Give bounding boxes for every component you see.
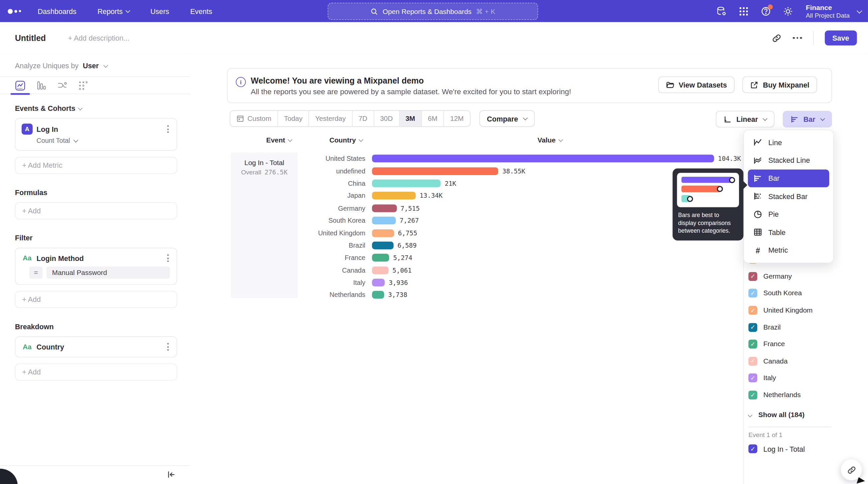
legend-item-netherlands[interactable]: ✓ Netherlands	[748, 387, 865, 403]
search-placeholder: Open Reports & Dashboards	[382, 7, 471, 15]
checkbox-checked[interactable]: ✓	[748, 306, 757, 315]
legend-item-italy[interactable]: ✓ Italy	[748, 369, 865, 387]
legend-item-germany[interactable]: ✓ Germany	[748, 268, 865, 285]
column-header-country[interactable]: Country	[329, 136, 363, 144]
data-settings-icon[interactable]	[716, 6, 727, 16]
breakdown-property-name[interactable]: Country	[37, 343, 166, 351]
legend-item-france[interactable]: ✓ France	[748, 336, 865, 353]
chart-type-stacked-bar[interactable]: Stacked Bar	[748, 188, 830, 205]
apps-grid-icon[interactable]	[738, 6, 749, 16]
event-name[interactable]: Log In	[37, 125, 166, 133]
bar[interactable]	[372, 167, 498, 175]
checkbox-checked[interactable]: ✓	[748, 374, 757, 383]
add-formula-button[interactable]: + Add	[15, 202, 177, 220]
buy-mixpanel-button[interactable]: Buy Mixpanel	[742, 77, 817, 93]
tab-insights[interactable]	[15, 80, 26, 91]
add-description-field[interactable]: + Add description...	[68, 34, 129, 42]
more-options-button[interactable]	[793, 37, 802, 39]
nav-item-reports[interactable]: Reports	[97, 7, 129, 15]
add-breakdown-button[interactable]: + Add	[15, 364, 177, 381]
date-range-7d[interactable]: 7D	[352, 111, 374, 126]
add-metric-button[interactable]: + Add Metric	[15, 157, 177, 174]
column-header-value[interactable]: Value	[537, 136, 562, 144]
checkbox-checked[interactable]: ✓	[748, 357, 757, 366]
date-range-3m[interactable]: 3M	[399, 111, 422, 126]
filter-value[interactable]: Manual Password	[46, 267, 170, 279]
breakdown-card[interactable]: Aa Country	[15, 336, 177, 357]
chevron-down-icon	[125, 8, 130, 13]
save-button[interactable]: Save	[825, 31, 857, 46]
bar[interactable]	[372, 229, 395, 237]
search-input[interactable]: Open Reports & Dashboards ⌘ + K	[328, 3, 538, 20]
settings-gear-icon[interactable]	[782, 6, 793, 16]
chart-type-table[interactable]: Table	[748, 223, 830, 241]
tab-funnels[interactable]	[36, 80, 46, 91]
scale-dropdown[interactable]: Linear	[716, 111, 775, 127]
bar[interactable]	[372, 266, 389, 274]
tab-flows[interactable]	[57, 80, 67, 91]
date-range-30d[interactable]: 30D	[374, 111, 399, 126]
date-range-yesterday[interactable]: Yesterday	[309, 111, 352, 126]
chart-type-dropdown[interactable]: Bar	[783, 111, 832, 127]
chart-type-bar[interactable]: Bar	[748, 169, 830, 188]
column-header-event[interactable]: Event	[267, 136, 292, 144]
checkbox-checked[interactable]: ✓	[748, 391, 757, 400]
show-all-button[interactable]: Show all (184)	[748, 407, 804, 423]
bar[interactable]	[372, 254, 390, 262]
bar[interactable]	[372, 242, 394, 249]
nav-item-dashboards[interactable]: Dashboards	[38, 7, 76, 15]
checkbox-checked[interactable]: ✓	[748, 445, 757, 453]
checkbox-checked[interactable]: ✓	[748, 289, 757, 298]
chart-type-stacked-line[interactable]: Stacked Line	[748, 151, 830, 169]
checkbox-checked[interactable]: ✓	[748, 272, 757, 281]
bar[interactable]	[372, 279, 385, 286]
aggregation-dropdown[interactable]: Count Total	[16, 136, 177, 150]
analyze-uniques-row[interactable]: Analyze Uniques by User	[0, 54, 190, 77]
project-switcher[interactable]: Finance All Project Data	[806, 4, 861, 19]
tab-retention[interactable]	[78, 80, 89, 91]
bar[interactable]	[372, 204, 397, 212]
chart-type-pie[interactable]: Pie	[748, 205, 830, 223]
add-filter-button[interactable]: + Add	[15, 291, 177, 308]
bar[interactable]	[372, 217, 396, 224]
checkbox-checked[interactable]: ✓	[748, 323, 757, 332]
date-range-6m[interactable]: 6M	[422, 111, 444, 126]
checkbox-checked[interactable]: ✓	[748, 340, 757, 349]
legend-item-united-kingdom[interactable]: ✓ United Kingdom	[748, 302, 865, 319]
chart-type-line[interactable]: Line	[748, 134, 830, 151]
filter-operator[interactable]: =	[29, 267, 42, 279]
legend-item-canada[interactable]: ✓ Canada	[748, 353, 865, 370]
metric-card[interactable]: A Log In Count Total	[15, 118, 177, 151]
date-range-12m[interactable]: 12M	[444, 111, 470, 126]
date-range-custom[interactable]: Custom	[230, 111, 278, 126]
bar[interactable]	[372, 155, 714, 163]
nav-item-events[interactable]: Events	[190, 7, 212, 15]
help-icon[interactable]	[761, 6, 771, 16]
events-cohorts-heading[interactable]: Events & Cohorts	[15, 104, 190, 113]
collapse-sidebar-icon[interactable]	[167, 471, 176, 479]
bar[interactable]	[372, 179, 441, 187]
kebab-menu-icon[interactable]	[166, 124, 170, 134]
analyze-value-dropdown[interactable]: User	[83, 62, 99, 70]
legend-event-item[interactable]: ✓ Log In - Total	[748, 445, 805, 453]
compare-button[interactable]: Compare	[479, 110, 535, 127]
kebab-menu-icon[interactable]	[166, 253, 170, 263]
bar-value-label: 3,738	[388, 291, 407, 299]
bar[interactable]	[372, 192, 416, 200]
mixpanel-logo-icon[interactable]	[8, 9, 21, 13]
kebab-menu-icon[interactable]	[166, 342, 170, 352]
bar-chart-icon	[753, 174, 762, 183]
bar-value-label: 5,274	[393, 254, 412, 262]
filter-property-name[interactable]: Login Method	[37, 254, 166, 262]
legend-item-south-korea[interactable]: ✓ South Korea	[748, 285, 865, 302]
chart-type-metric[interactable]: # Metric	[748, 241, 830, 259]
page-title[interactable]: Untitled	[15, 33, 46, 42]
legend-item-brazil[interactable]: ✓ Brazil	[748, 319, 865, 336]
bar[interactable]	[372, 291, 384, 299]
filter-card[interactable]: Aa Login Method = Manual Password	[15, 248, 177, 285]
date-range-today[interactable]: Today	[278, 111, 309, 126]
copy-link-icon[interactable]	[772, 33, 782, 43]
event-total-cell[interactable]: Log In - Total Overall 276.5K	[231, 152, 298, 298]
nav-item-users[interactable]: Users	[150, 7, 169, 15]
view-datasets-button[interactable]: View Datasets	[658, 77, 735, 93]
